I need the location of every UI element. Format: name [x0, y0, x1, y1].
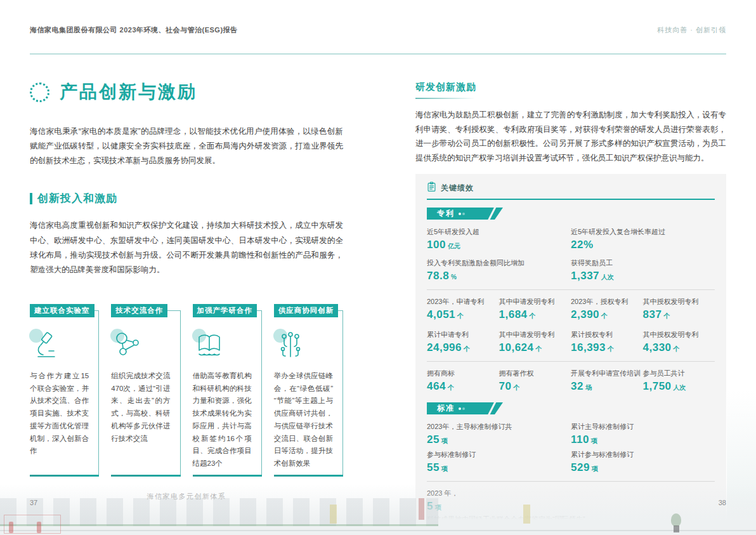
stat-unit: 个 — [536, 345, 542, 352]
stat-item: 开展专利申请宣传培训 32场 — [571, 369, 643, 393]
kpi-title: 关键绩效 — [441, 183, 474, 194]
stat-number: 1,750 — [643, 380, 672, 392]
stat-item: 参与员工共计 1,750人次 — [643, 369, 715, 393]
patent-banner: 专利 — [427, 208, 503, 220]
extinguisher-icon — [37, 522, 41, 533]
stat-item: 累计授权专利 16,393个 — [571, 330, 643, 354]
stat-number: 4,051 — [427, 308, 455, 320]
stat-number: 1,337 — [571, 270, 599, 282]
standard-stats: 2023年，主导标准制修订共 25项 累计主导标准制修订 110项 参与标准制修… — [427, 422, 715, 474]
kpi-divider — [427, 199, 715, 200]
circuit-icon — [275, 330, 307, 362]
stat-number: 32 — [571, 380, 583, 392]
card-body: 借助高等教育机构和科研机构的科技力量和资源，强化技术成果转化为实际应用，共计与高… — [193, 370, 262, 470]
card-title: 加强产学研合作 — [193, 304, 257, 317]
card-title: 建立联合实验室 — [30, 304, 94, 317]
stat-item: 拥有商标 464个 — [427, 369, 499, 393]
yellow-post — [523, 505, 530, 524]
stat-unit: 人次 — [601, 274, 614, 281]
banner-dots-icon — [459, 213, 465, 215]
standard-banner: 标准 — [427, 402, 503, 414]
patent-row3-stats: 拥有商标 464个 拥有著作权 70个 开展专利申请宣传培训 32场 参与员工共… — [427, 369, 715, 393]
plant-pot — [674, 525, 679, 532]
card-title: 技术交流合作 — [111, 304, 167, 317]
card-title: 供应商协同创新 — [274, 304, 339, 317]
open-book-icon — [194, 330, 226, 362]
stat-number: 24,996 — [427, 341, 462, 353]
network-icon — [112, 330, 144, 362]
right-page: 研发创新激励 海信家电为鼓励员工积极创新，建立了完善的专利激励制度，加大专利奖励… — [415, 81, 726, 533]
clipboard-icon — [427, 182, 436, 194]
red-pillar — [419, 498, 424, 520]
page-number-left: 37 — [30, 499, 37, 506]
stat-number: 78.8 — [427, 270, 449, 282]
banner-label: 专利 — [437, 208, 455, 219]
header-divider — [30, 53, 726, 55]
dotted-circle-icon — [30, 83, 49, 102]
stat-unit: 个 — [448, 384, 454, 391]
floor-line — [0, 530, 756, 531]
card-body: 与合作方建立15个联合实验室，并从技术交流、合作项目实施、技术支援等方面优化管理… — [30, 370, 99, 458]
title-underline — [415, 98, 475, 99]
section-paragraph: 海信家电高度重视创新和知识产权保护文化建设，持续加大科研技术投入，成立中东研发中… — [30, 218, 343, 277]
stat-item: 2023年，主导标准制修订共 25项 — [427, 422, 571, 446]
stat-unit: 人次 — [674, 384, 686, 391]
stat-unit: 亿元 — [448, 242, 460, 249]
stat-unit: 项 — [441, 465, 448, 472]
page-title-row: 产品创新与激励 — [30, 80, 343, 104]
stat-item: 累计主导标准制修订 110项 — [571, 422, 715, 446]
patent-grid-stats: 2023年，申请专利 4,051个 其中申请发明专利 1,684个 2023年，… — [427, 297, 715, 354]
card-industry-academia: 加强产学研合作 借助高等教育机构和科研机构的科技力量和资源，强化技术成果转化为实… — [193, 304, 262, 477]
stats-divider — [427, 289, 715, 290]
stat-unit: % — [451, 274, 457, 281]
banner-dots-icon — [459, 407, 465, 410]
stat-number: 2,390 — [571, 308, 599, 320]
report-title: 海信家电集团股份有限公司 2023年环境、社会与管治(ESG)报告 — [30, 25, 238, 35]
section-paragraph: 海信家电为鼓励员工积极创新，建立了完善的专利激励制度，加大专利奖励投入，设有专利… — [415, 108, 726, 165]
stat-item: 累计申请专利 24,996个 — [427, 330, 499, 354]
stat-number: 10,624 — [499, 341, 534, 353]
section-title: 研发创新激励 — [415, 81, 726, 93]
stat-item: 其中申请发明专利 10,624个 — [499, 330, 571, 354]
stat-number: 70 — [499, 380, 512, 392]
stat-number: 100 — [427, 239, 446, 251]
extinguisher-icon — [9, 522, 13, 533]
key-performance-box: 关键绩效 专利 近5年研发投入超 100亿元 近5年研发投入复合增长率超过 22… — [415, 174, 726, 533]
stat-item: 2023年，授权专利 2,390个 — [571, 297, 643, 321]
kpi-header: 关键绩效 — [427, 182, 715, 194]
stat-number: 22% — [571, 239, 594, 251]
page-header: 海信家电集团股份有限公司 2023年环境、社会与管治(ESG)报告 科技向善 ·… — [30, 25, 726, 35]
yellow-post — [330, 505, 337, 524]
page-number-right: 38 — [719, 499, 726, 506]
stat-number: 464 — [427, 380, 446, 392]
card-body: 组织完成技术交流470次，通过“引进来、走出去”的方式，与高校、科研机构等多元伙… — [111, 370, 180, 446]
stat-number: 110 — [571, 433, 589, 446]
stat-number: 55 — [427, 461, 440, 473]
patent-top-stats: 近5年研发投入超 100亿元 近5年研发投入复合增长率超过 22% 投入专利奖励… — [427, 227, 715, 282]
chapter-label: 科技向善 · 创新引领 — [657, 25, 726, 35]
stat-item: 2023年，申请专利 4,051个 — [427, 297, 499, 321]
stat-unit: 个 — [513, 384, 519, 391]
machinery-silhouette — [0, 498, 438, 526]
stat-item: 近5年研发投入复合增长率超过 22% — [571, 227, 715, 251]
stat-unit: 个 — [674, 345, 680, 352]
stat-unit: 个 — [457, 312, 464, 319]
stat-unit: 场 — [585, 384, 592, 391]
section-title: 创新投入和激励 — [37, 191, 117, 206]
stat-unit: 个 — [663, 312, 670, 319]
section-heading: 创新投入和激励 — [30, 191, 343, 206]
stat-unit: 个 — [464, 345, 470, 352]
conveyor-line — [0, 524, 438, 526]
stats-divider — [427, 361, 715, 362]
stat-item: 其中授权发明专利 837个 — [643, 297, 715, 321]
card-tech-exchange: 技术交流合作 组织完成技术交流470次，通过“引进来、走出去”的方式，与高校、科… — [111, 304, 180, 477]
stat-unit: 项 — [591, 437, 597, 444]
card-supplier-innovation: 供应商协同创新 举办全球供应链峰会，在“绿色低碳”“节能”等主题上与供应商研讨共… — [274, 304, 343, 477]
card-body: 举办全球供应链峰会，在“绿色低碳”“节能”等主题上与供应商研讨共创，与供应链举行… — [274, 370, 343, 470]
stat-number: 4,330 — [643, 341, 672, 353]
stat-unit: 个 — [601, 312, 608, 319]
stat-item: 累计参与标准制修订 529项 — [571, 450, 715, 474]
stat-number: 16,393 — [571, 341, 606, 353]
stat-item: 近5年研发投入超 100亿元 — [427, 227, 571, 251]
stat-item: 获得奖励员工 1,337人次 — [571, 258, 715, 282]
